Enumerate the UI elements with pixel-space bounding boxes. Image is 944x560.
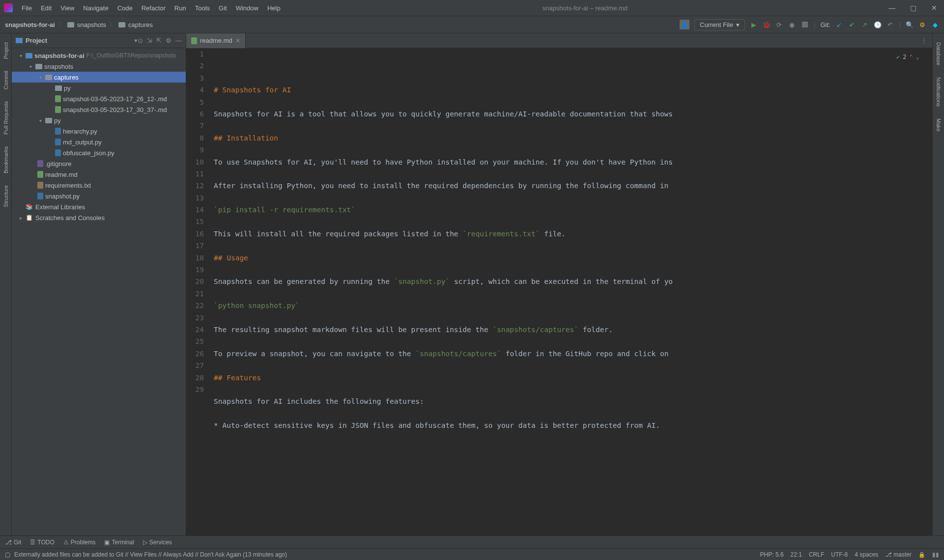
tree-file-snapshot1[interactable]: snapshot-03-05-2023-17_26_12-.md — [12, 93, 186, 104]
tree-folder-py2[interactable]: ▾ py — [12, 115, 186, 126]
maximize-button[interactable]: ▢ — [907, 3, 919, 13]
menu-file[interactable]: File — [18, 2, 36, 14]
tool-window-project[interactable]: Project — [3, 42, 9, 59]
breadcrumb-item[interactable]: captures — [128, 21, 153, 28]
tool-window-pull-requests[interactable]: Pull Requests — [3, 101, 9, 135]
tree-file-mdoutput[interactable]: md_output.py — [12, 137, 186, 147]
breadcrumb[interactable]: snapshots-for-ai〉snapshots〉captures — [5, 20, 680, 29]
menu-window[interactable]: Window — [232, 2, 262, 14]
tool-window-toggle-icon[interactable]: ▢ — [5, 551, 10, 558]
status-indent[interactable]: 4 spaces — [855, 551, 878, 558]
code-line[interactable] — [214, 288, 932, 300]
git-branch[interactable]: master — [885, 551, 912, 558]
status-encoding[interactable]: UTF-8 — [831, 551, 848, 558]
code-line[interactable] — [214, 360, 932, 371]
tree-folder-py[interactable]: py — [12, 83, 186, 93]
code-line[interactable]: To preview a snapshot, you can navigate … — [214, 348, 932, 360]
memory-indicator-icon[interactable]: ▮▮ — [932, 551, 939, 558]
minimize-button[interactable]: — — [886, 3, 898, 13]
user-avatar-dropdown[interactable]: 👤 — [680, 20, 689, 29]
code-line[interactable]: * Auto-detect sensitive keys in JSON fil… — [214, 420, 932, 431]
chevron-up-icon[interactable]: ⌃ — [910, 51, 913, 63]
editor-tab-readme[interactable]: readme.md ✕ — [186, 33, 246, 48]
menu-git[interactable]: Git — [215, 2, 231, 14]
tool-window-problems[interactable]: ⚠Problems — [63, 539, 96, 546]
code-line[interactable] — [214, 264, 932, 276]
menu-tools[interactable]: Tools — [191, 2, 214, 14]
tree-external-libs[interactable]: External Libraries — [12, 201, 186, 212]
code-line[interactable] — [214, 408, 932, 420]
chevron-down-icon[interactable]: ▾ — [134, 37, 138, 44]
tree-file-hierarchy[interactable]: hierarchy.py — [12, 126, 186, 137]
project-tree[interactable]: ▾ snapshots-for-ai F:\_Outfits\GBTI\Repo… — [12, 48, 186, 535]
code-with-me-icon[interactable]: ◆ — [931, 21, 939, 28]
tree-file-snapshot2[interactable]: snapshot-03-05-2023-17_30_37-.md — [12, 104, 186, 115]
tool-window-commit[interactable]: Commit — [3, 71, 9, 89]
tree-folder-snapshots[interactable]: ▾ snapshots — [12, 61, 186, 72]
editor-content[interactable]: 1234567891011121314151617181920212223242… — [186, 48, 932, 535]
tree-file-requirements[interactable]: requirements.txt — [12, 180, 186, 191]
menu-run[interactable]: Run — [171, 2, 190, 14]
tree-file-snapshot-py[interactable]: snapshot.py — [12, 191, 186, 201]
code-line[interactable]: `python snapshot.py` — [214, 300, 932, 311]
close-button[interactable]: ✕ — [928, 3, 940, 13]
code-line[interactable]: Snapshots for AI is a tool that allows y… — [214, 108, 932, 120]
git-commit-icon[interactable]: ✔ — [848, 21, 856, 28]
tree-scratches[interactable]: ▸ Scratches and Consoles — [12, 212, 186, 223]
code-line[interactable] — [214, 384, 932, 395]
code-line[interactable] — [214, 120, 932, 132]
tool-window-git[interactable]: ⎇Git — [5, 539, 21, 546]
menu-edit[interactable]: Edit — [37, 2, 56, 14]
tree-file-obfuscate[interactable]: obfuscate_json.py — [12, 147, 186, 158]
tree-file-readme[interactable]: readme.md — [12, 169, 186, 180]
git-push-icon[interactable]: ↗ — [861, 21, 869, 28]
tab-options-icon[interactable]: ⋮ — [916, 37, 932, 44]
code-line[interactable]: This will install all the required packa… — [214, 228, 932, 240]
tool-window-terminal[interactable]: ▣Terminal — [104, 539, 134, 546]
close-tab-icon[interactable]: ✕ — [235, 37, 240, 44]
git-pull-icon[interactable]: ↙ — [835, 21, 843, 28]
status-eol[interactable]: CRLF — [809, 551, 824, 558]
select-opened-file-icon[interactable]: ⊙ — [138, 37, 143, 44]
code-line[interactable] — [214, 312, 932, 324]
code-line[interactable] — [214, 144, 932, 156]
inspection-widget[interactable]: ✔ 2 ⌃ ⌄ — [896, 51, 919, 63]
tree-folder-captures[interactable]: ▾ captures — [12, 72, 186, 83]
tool-window-services[interactable]: ▷Services — [143, 539, 172, 546]
breadcrumb-item[interactable]: snapshots-for-ai — [5, 21, 55, 28]
gear-icon[interactable]: ⚙ — [166, 37, 172, 44]
code-line[interactable]: ## Installation — [214, 132, 932, 144]
hide-panel-icon[interactable]: — — [175, 37, 182, 44]
status-position[interactable]: 22:1 — [791, 551, 802, 558]
menu-refactor[interactable]: Refactor — [138, 2, 170, 14]
code-line[interactable] — [214, 192, 932, 204]
run-config-selector[interactable]: Current File ▾ — [694, 19, 745, 30]
menu-navigate[interactable]: Navigate — [79, 2, 112, 14]
code-line[interactable] — [214, 96, 932, 108]
menu-view[interactable]: View — [57, 2, 78, 14]
breadcrumb-item[interactable]: snapshots — [77, 21, 106, 28]
tool-window-make[interactable]: Make — [936, 118, 942, 132]
status-php[interactable]: PHP: 5.6 — [760, 551, 784, 558]
status-message[interactable]: Externally added files can be added to G… — [14, 551, 760, 558]
code-line[interactable]: ## Usage — [214, 252, 932, 264]
tool-window-database[interactable]: Database — [936, 42, 942, 65]
code-line[interactable]: `pip install -r requirements.txt` — [214, 204, 932, 216]
stop-button[interactable] — [801, 21, 809, 28]
menu-code[interactable]: Code — [114, 2, 137, 14]
lock-icon[interactable] — [918, 551, 925, 558]
menu-help[interactable]: Help — [263, 2, 285, 14]
tool-window-structure[interactable]: Structure — [3, 185, 9, 207]
git-history-icon[interactable]: 🕒 — [874, 21, 882, 28]
code-line[interactable]: # Snapshots for AI — [214, 84, 932, 96]
code-line[interactable]: After installing Python, you need to ins… — [214, 180, 932, 192]
code-line[interactable] — [214, 168, 932, 180]
collapse-all-icon[interactable]: ⇱ — [156, 37, 162, 44]
code-line[interactable] — [214, 336, 932, 347]
expand-all-icon[interactable]: ⇲ — [147, 37, 152, 44]
tree-file-gitignore[interactable]: .gitignore — [12, 158, 186, 169]
run-button[interactable]: ▶ — [750, 21, 758, 28]
run-coverage-button[interactable]: ⟳ — [775, 21, 783, 28]
code-area[interactable]: ✔ 2 ⌃ ⌄ # Snapshots for AISnapshots for … — [214, 48, 932, 535]
tool-window-notifications[interactable]: Notifications — [936, 77, 942, 107]
